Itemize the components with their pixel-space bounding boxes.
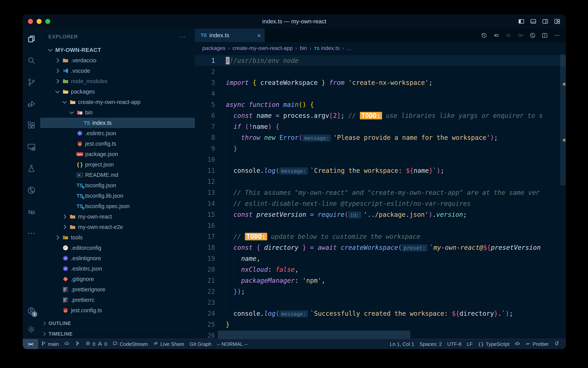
- code-line-23[interactable]: 23: [195, 297, 566, 308]
- code-line-25[interactable]: 25}: [195, 319, 566, 330]
- line-number[interactable]: 8: [195, 132, 226, 143]
- tree-item-tsconfig-json[interactable]: TS⚙tsconfig.json: [40, 180, 195, 191]
- tree-item-tsconfig-lib-json[interactable]: TS⚙tsconfig.lib.json: [40, 191, 195, 201]
- tree-item-tools[interactable]: tools: [40, 232, 195, 243]
- status-codestream[interactable]: CodeStream: [110, 339, 150, 349]
- code-line-15[interactable]: 15 const presetVersion = require(id:'../…: [195, 209, 566, 220]
- horizontal-scrollbar[interactable]: [218, 331, 410, 339]
- tree-item--eslintrc-json[interactable]: .eslintrc.json: [40, 263, 195, 274]
- line-number[interactable]: 9: [195, 143, 226, 154]
- tree-item--gitignore[interactable]: .gitignore: [40, 274, 195, 284]
- activity-item-extensions[interactable]: [23, 115, 40, 137]
- line-number[interactable]: 13: [195, 187, 226, 198]
- line-number[interactable]: 3: [195, 77, 226, 88]
- code-line-13[interactable]: 13 // This assumes "my-own-react" and "c…: [195, 187, 566, 198]
- activity-item-nx-console[interactable]: N≥: [23, 201, 40, 223]
- status-problems[interactable]: 00: [83, 339, 110, 349]
- tree-item-tsconfig-spec-json[interactable]: TS⚙tsconfig.spec.json: [40, 201, 195, 212]
- activity-item-run-debug[interactable]: [23, 93, 40, 115]
- status-encoding[interactable]: UTF-8: [445, 341, 464, 347]
- status-publish[interactable]: [61, 339, 72, 349]
- status-cursor-position[interactable]: Ln 1, Col 1: [387, 341, 417, 347]
- code-line-17[interactable]: 17 // TODO: update below to customize th…: [195, 231, 566, 242]
- status-eol[interactable]: LF: [464, 341, 475, 347]
- outline-section[interactable]: OUTLINE: [40, 318, 195, 329]
- activity-item-source-control[interactable]: [23, 72, 40, 93]
- line-number[interactable]: 6: [195, 110, 226, 121]
- tree-item-package-json[interactable]: npmpackage.json: [40, 149, 195, 159]
- more-actions-icon[interactable]: [554, 32, 560, 38]
- tree-item-jest-config-ts[interactable]: jest.config.ts: [40, 305, 195, 315]
- line-number[interactable]: 25: [195, 319, 226, 330]
- tree-item--editorconfig[interactable]: .editorconfig: [40, 243, 195, 253]
- line-number[interactable]: 4: [195, 88, 226, 99]
- code-line-1[interactable]: 1#!/usr/bin/env node: [195, 55, 566, 66]
- line-number[interactable]: 17: [195, 231, 226, 242]
- code-line-8[interactable]: 8 throw new Error(message:'Please provid…: [195, 132, 566, 143]
- layout-panel-icon[interactable]: [530, 18, 536, 25]
- line-number[interactable]: 12: [195, 176, 226, 187]
- layout-sidebar-right-icon[interactable]: [542, 18, 549, 25]
- line-number[interactable]: 23: [195, 297, 226, 308]
- line-number[interactable]: 18: [195, 242, 226, 253]
- line-number[interactable]: 2: [195, 66, 226, 77]
- tree-item-bin[interactable]: 0110bin: [40, 107, 195, 118]
- line-number[interactable]: 22: [195, 286, 226, 297]
- tree-item-jest-config-ts[interactable]: jest.config.ts: [40, 138, 195, 149]
- explorer-more-actions-icon[interactable]: ···: [179, 33, 186, 40]
- status-language-mode[interactable]: {}TypeScript: [475, 341, 512, 347]
- line-number[interactable]: 21: [195, 275, 226, 286]
- code-line-9[interactable]: 9 }: [195, 143, 566, 154]
- breadcrumb-item-packages[interactable]: packages: [202, 45, 225, 51]
- nav-back-icon[interactable]: [493, 32, 499, 38]
- tree-item-my-own-react[interactable]: MY-OWN-REACT: [40, 45, 195, 55]
- activity-item-accounts[interactable]: 1: [23, 302, 40, 321]
- status-prettier[interactable]: Prettier: [523, 341, 551, 347]
- line-number[interactable]: 14: [195, 198, 226, 209]
- code-editor[interactable]: 1#!/usr/bin/env node23import { createWor…: [195, 54, 566, 339]
- tree-item-readme-md[interactable]: M↓README.md: [40, 170, 195, 180]
- code-line-6[interactable]: 6 const name = process.argv[2]; // TODO:…: [195, 110, 566, 121]
- code-line-19[interactable]: 19 name,: [195, 253, 566, 264]
- tree-item-create-my-own-react-app[interactable]: create-my-own-react-app: [40, 97, 195, 107]
- maximize-window-button[interactable]: [45, 19, 50, 24]
- line-number[interactable]: 16: [195, 220, 226, 231]
- breadcrumb-item-create-my-own-react-app[interactable]: create-my-own-react-app: [233, 45, 293, 51]
- tree-item--eslintrc-json[interactable]: .eslintrc.json: [40, 128, 195, 138]
- minimize-window-button[interactable]: [37, 19, 42, 24]
- line-number[interactable]: 5: [195, 99, 226, 110]
- timeline-history-icon[interactable]: [481, 32, 487, 38]
- line-number[interactable]: 11: [195, 165, 226, 176]
- status-git-branch[interactable]: main: [38, 339, 61, 349]
- timeline-section[interactable]: TIMELINE: [40, 329, 195, 339]
- activity-item-explorer[interactable]: [23, 28, 40, 50]
- code-line-4[interactable]: 4: [195, 88, 566, 99]
- tree-item-packages[interactable]: packages: [40, 86, 195, 97]
- status-notifications[interactable]: [551, 341, 562, 347]
- code-line-20[interactable]: 20 nxCloud: false,: [195, 264, 566, 275]
- code-line-3[interactable]: 3import { createWorkspace } from 'create…: [195, 77, 566, 88]
- breadcrumb-item-bin[interactable]: bin: [300, 45, 307, 51]
- line-number[interactable]: 19: [195, 253, 226, 264]
- code-line-11[interactable]: 11 console.log(message:`Creating the wor…: [195, 165, 566, 176]
- line-number[interactable]: 20: [195, 264, 226, 275]
- close-tab-icon[interactable]: ✕: [257, 32, 261, 39]
- tree-item--eslintignore[interactable]: .eslintignore: [40, 253, 195, 263]
- code-line-16[interactable]: 16: [195, 220, 566, 231]
- tree-item-node-modules[interactable]: node_modules: [40, 76, 195, 86]
- tree-item--vscode[interactable]: .vscode: [40, 65, 195, 76]
- code-line-7[interactable]: 7 if (!name) {: [195, 121, 566, 132]
- activity-item-search[interactable]: [23, 50, 40, 72]
- code-line-18[interactable]: 18 const { directory } = await createWor…: [195, 242, 566, 253]
- breadcrumb-item-index-ts[interactable]: TSindex.ts: [314, 45, 340, 51]
- code-line-12[interactable]: 12: [195, 176, 566, 187]
- tree-item--verdaccio[interactable]: .verdaccio: [40, 55, 195, 65]
- nav-previous-icon[interactable]: [505, 32, 511, 38]
- code-line-22[interactable]: 22 });: [195, 286, 566, 297]
- tree-item--prettierrc[interactable]: .prettierrc: [40, 295, 195, 305]
- code-line-24[interactable]: 24 console.log(message:`Successfully cre…: [195, 308, 566, 319]
- code-line-14[interactable]: 14 // eslint-disable-next-line @typescri…: [195, 198, 566, 209]
- status-commit-graph[interactable]: [72, 339, 83, 349]
- split-editor-icon[interactable]: [542, 32, 548, 38]
- status-vim-mode[interactable]: -- NORMAL --: [214, 339, 250, 349]
